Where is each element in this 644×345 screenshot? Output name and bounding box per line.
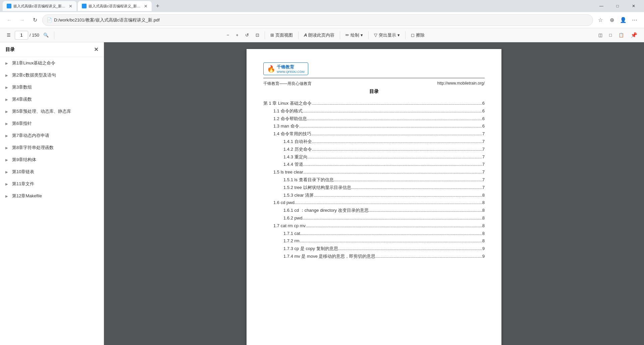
pdf-header-line [263,78,485,78]
reload-button[interactable]: ↻ [30,15,40,26]
sidebar-item-ch12[interactable]: ▶ 第12章Makefile [0,190,104,202]
tab-close-2[interactable]: ✕ [144,4,148,9]
toc-text: 1.5.3 clear 清屏 [283,192,314,199]
address-bar[interactable]: 📄 D:/work/bc2101/教案/嵌入式高级c语言编程讲义_新.pdf [42,14,593,26]
toc-page: 6 [482,123,485,130]
toc-dots: ........................................… [334,177,482,184]
toc-dots: ........................................… [369,207,482,214]
toc-dots: ........................................… [303,169,482,176]
pdf-viewer[interactable]: 🔥 千锋教育 WWW.QFEDU.COM 千锋教育——用良心做教育 http:/… [104,42,644,345]
sidebar-item-label: 第12章Makefile [12,193,98,199]
sidebar: 目录 ✕ ▶ 第1章Linux基础之命令 ▶ 第2章c数据类型及语句 ▶ 第3章… [0,42,104,345]
chevron-right-icon: ▶ [5,170,9,174]
rotate-icon: ↺ [245,33,249,38]
profile-button[interactable]: 👤 [618,15,629,26]
chevron-right-icon: ▶ [5,182,9,186]
main-area: 目录 ✕ ▶ 第1章Linux基础之命令 ▶ 第2章c数据类型及语句 ▶ 第3章… [0,42,644,345]
toc-dots: ........................................… [314,192,482,199]
sidebar-item-ch11[interactable]: ▶ 第11章文件 [0,178,104,190]
logo-url: WWW.QFEDU.COM [277,70,305,73]
tab-favicon-1 [7,4,11,8]
tab-favicon-2 [82,4,87,8]
highlight-button[interactable]: ▽ 突出显示 ▾ [371,30,402,40]
toc-page: 9 [482,253,485,260]
toc-text: 1.6.1 cd ：change directory 改变目录的意思 [283,207,369,214]
browser-toolbar-right: ☆ ⊕ 👤 ⋯ [595,15,640,26]
sidebar-item-ch8[interactable]: ▶ 第8章字符串处理函数 [0,142,104,154]
sidebar-item-ch7[interactable]: ▶ 第7章动态内存申请 [0,130,104,142]
sidebar-close-button[interactable]: ✕ [94,46,98,53]
minimize-button[interactable]: — [594,1,609,11]
separator-1 [54,31,54,39]
toc-text: 1.5.1 ls 查看目录下的信息 [283,177,334,184]
page-view-button[interactable]: ⊞ 页面视图 [268,30,296,40]
sidebar-item-label: 第1章Linux基础之命令 [12,60,98,66]
chevron-right-icon: ▶ [5,122,9,126]
sidebar-item-ch3[interactable]: ▶ 第3章数组 [0,81,104,93]
toc-text: 1.6 cd pwd [273,199,294,206]
draw-button[interactable]: ✏ 绘制 ▾ [343,30,366,40]
read-label: 朗读此页内容 [308,32,334,38]
sidebar-item-label: 第3章数组 [12,84,98,90]
erase-button[interactable]: ◻ 擦除 [408,30,427,40]
page-number-input[interactable] [15,31,28,40]
chevron-right-icon: ▶ [5,61,9,65]
read-aloud-button[interactable]: A 朗读此页内容 [301,30,337,40]
toc-page: 7 [482,146,485,153]
rotate-button[interactable]: ↺ [243,30,252,40]
search-button[interactable]: 🔍 [41,30,51,40]
close-button[interactable]: ✕ [626,1,641,11]
toc-text: 1.7.4 mv 是 move 是移动的意思，即剪切的意思 [283,253,375,260]
forward-button[interactable]: → [17,15,28,26]
zoom-out-button[interactable]: − [224,30,232,40]
toc-dots: ........................................… [303,108,482,115]
draw-chevron-icon: ▾ [361,33,363,38]
toc-entry: 1.4.4 管道................................… [283,161,485,168]
toc-container: 第 1 章 Linux 基础之命令.......................… [263,100,485,260]
toc-page: 8 [482,230,485,237]
sidebar-title: 目录 [5,47,15,53]
toc-entry: 1.4.3 重定向...............................… [283,154,485,161]
toc-text: 1.4.1 自动补全 [283,138,312,145]
erase-label: 擦除 [416,32,425,38]
toolbar-icon-2[interactable]: □ [606,30,614,40]
sidebar-item-ch5[interactable]: ▶ 第5章预处理、动态库、静态库 [0,105,104,117]
sidebar-item-ch4[interactable]: ▶ 第4章函数 [0,93,104,105]
tab-1[interactable]: 嵌入式高级c语言编程讲义_新.p... ✕ [3,1,76,11]
toc-entry: 1.6.1 cd ：change directory 改变目录的意思......… [283,207,485,214]
favorites-button[interactable]: ☆ [595,15,606,26]
sidebar-item-ch10[interactable]: ▶ 第10章链表 [0,166,104,178]
toolbar-icon-3[interactable]: 📋 [616,30,627,40]
pdf-doc-title: 目录 [263,89,485,95]
back-button[interactable]: ← [4,15,15,26]
collections-button[interactable]: ⊕ [606,15,617,26]
page-navigation: / 150 [15,31,39,40]
menu-icon: ☰ [7,33,11,38]
toolbar-icon-4[interactable]: 📌 [628,30,640,40]
toolbar-icon-1[interactable]: ◫ [596,30,605,40]
fit-icon: ⊡ [256,33,259,38]
toc-dots: ........................................… [299,123,482,130]
fit-button[interactable]: ⊡ [253,30,262,40]
tab-close-1[interactable]: ✕ [69,4,72,9]
tab-2[interactable]: 嵌入式高级c语言编程讲义_新.pc... ✕ [78,1,152,11]
pdf-menu-button[interactable]: ☰ [4,30,13,40]
toc-entry: 1.5.3 clear 清屏..........................… [283,192,485,199]
more-button[interactable]: ⋯ [629,15,640,26]
draw-label: 绘制 [351,32,359,38]
new-tab-button[interactable]: + [153,1,162,11]
sidebar-item-ch6[interactable]: ▶ 第6章指针 [0,117,104,130]
highlight-label: 突出显示 [379,32,396,38]
browser-navbar: ← → ↻ 📄 D:/work/bc2101/教案/嵌入式高级c语言编程讲义_新… [0,12,644,28]
sidebar-item-label: 第5章预处理、动态库、静态库 [12,108,98,114]
maximize-button[interactable]: □ [610,1,625,11]
toc-entry: 1.2 命令帮助信息..............................… [273,115,485,122]
sidebar-item-ch2[interactable]: ▶ 第2章c数据类型及语句 [0,69,104,81]
sidebar-item-ch9[interactable]: ▶ 第9章结构体 [0,154,104,166]
toc-dots: ........................................… [300,230,482,237]
toc-dots: ........................................… [312,100,482,107]
sidebar-item-ch1[interactable]: ▶ 第1章Linux基础之命令 [0,57,104,69]
pdf-page: 🔥 千锋教育 WWW.QFEDU.COM 千锋教育——用良心做教育 http:/… [247,49,501,345]
zoom-in-button[interactable]: + [233,30,241,40]
sidebar-items: ▶ 第1章Linux基础之命令 ▶ 第2章c数据类型及语句 ▶ 第3章数组 ▶ … [0,57,104,345]
